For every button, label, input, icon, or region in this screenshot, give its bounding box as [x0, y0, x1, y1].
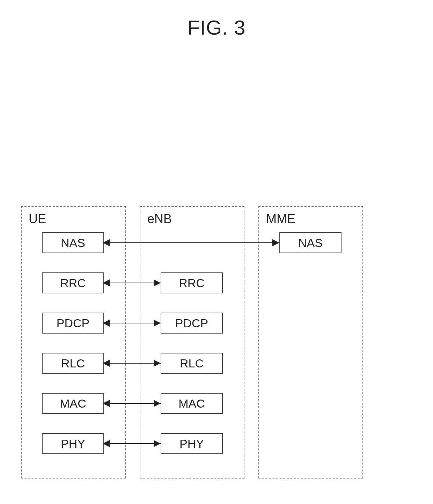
enb-rlc-layer: RLC	[161, 353, 223, 374]
mme-nas-layer: NAS	[279, 232, 342, 253]
ue-nas-layer: NAS	[42, 232, 104, 253]
ue-label: UE	[29, 212, 118, 226]
ue-pdcp-layer: PDCP	[42, 313, 104, 334]
ue-rlc-layer: RLC	[42, 353, 104, 374]
enb-phy-layer: PHY	[161, 433, 223, 454]
ue-rrc-layer: RRC	[42, 272, 104, 293]
enb-mac-layer: MAC	[161, 393, 223, 414]
ue-mac-layer: MAC	[42, 393, 104, 414]
ue-phy-layer: PHY	[42, 433, 104, 454]
figure-title: FIG. 3	[0, 16, 433, 39]
protocol-stack-diagram: UE NAS RRC PDCP RLC MAC PHY eNB RRC PDCP…	[21, 206, 412, 485]
enb-pdcp-layer: PDCP	[161, 313, 223, 334]
enb-label: eNB	[147, 212, 237, 226]
enb-rrc-layer: RRC	[161, 272, 223, 293]
mme-label: MME	[266, 212, 355, 226]
